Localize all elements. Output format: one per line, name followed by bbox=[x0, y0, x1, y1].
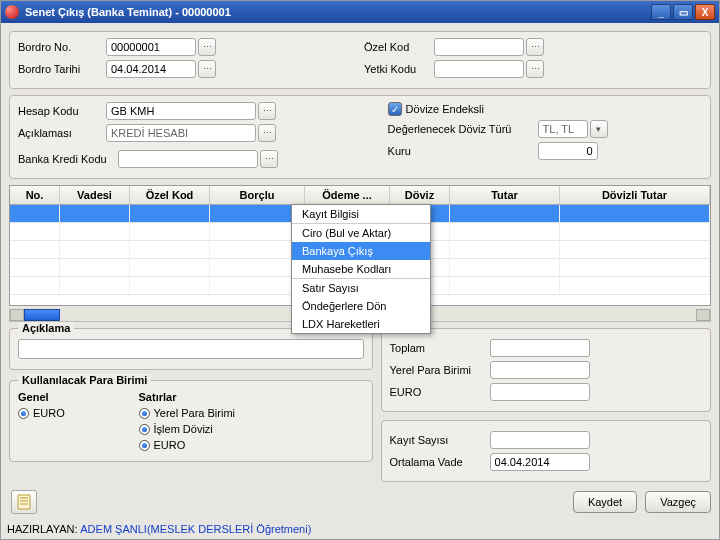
lines-grid[interactable]: No. Vadesi Özel Kod Borçlu Ödeme ... Döv… bbox=[9, 185, 711, 306]
kayit-sayisi-field bbox=[490, 431, 590, 449]
ozel-kod-field[interactable] bbox=[434, 38, 524, 56]
yetki-kodu-field[interactable] bbox=[434, 60, 524, 78]
banka-kredi-kodu-lookup[interactable]: ⋯ bbox=[260, 150, 278, 168]
kaydet-button[interactable]: Kaydet bbox=[573, 491, 637, 513]
aciklama-group: Açıklama bbox=[9, 328, 373, 370]
scroll-left-button[interactable] bbox=[10, 309, 24, 321]
bordro-no-field[interactable]: 00000001 bbox=[106, 38, 196, 56]
ctx-satir-sayisi[interactable]: Satır Sayısı bbox=[292, 278, 430, 297]
ctx-bankaya-cikis[interactable]: Bankaya Çıkış bbox=[292, 242, 430, 260]
scroll-thumb[interactable] bbox=[24, 309, 60, 321]
bordro-tarih-field[interactable]: 04.04.2014 bbox=[106, 60, 196, 78]
currency-group: Kullanılacak Para Birimi Genel EURO Satı… bbox=[9, 380, 373, 462]
hesap-panel: Hesap Kodu GB KMH ⋯ Açıklaması KREDİ HES… bbox=[9, 95, 711, 179]
aciklama-field[interactable] bbox=[18, 339, 364, 359]
totals-group: Toplam Yerel Para Birimi EURO bbox=[381, 328, 711, 412]
ortalama-vade-field: 04.04.2014 bbox=[490, 453, 590, 471]
col-dovizli-tutar[interactable]: Dövizli Tutar bbox=[560, 186, 710, 204]
bordro-no-lookup[interactable]: ⋯ bbox=[198, 38, 216, 56]
radio-satir-islem[interactable]: İşlem Dövizi bbox=[139, 423, 364, 435]
maximize-button[interactable]: ▭ bbox=[673, 4, 693, 20]
stats-group: Kayıt Sayısı Ortalama Vade 04.04.2014 bbox=[381, 420, 711, 482]
scroll-right-button[interactable] bbox=[696, 309, 710, 321]
ctx-muhasebe-kodlari[interactable]: Muhasebe Kodları bbox=[292, 260, 430, 278]
yerel-para-field bbox=[490, 361, 590, 379]
radio-satir-euro[interactable]: EURO bbox=[139, 439, 364, 451]
doviz-turu-label: Değerlenecek Döviz Türü bbox=[388, 123, 538, 135]
radio-genel-euro[interactable]: EURO bbox=[18, 407, 131, 419]
titlebar: Senet Çıkış (Banka Teminat) - 00000001 _… bbox=[1, 1, 719, 23]
ortalama-vade-label: Ortalama Vade bbox=[390, 456, 490, 468]
kayit-sayisi-label: Kayıt Sayısı bbox=[390, 434, 490, 446]
hesap-aciklama-field: KREDİ HESABI bbox=[106, 124, 256, 142]
ctx-kayit-bilgisi[interactable]: Kayıt Bilgisi bbox=[292, 205, 430, 223]
genel-label: Genel bbox=[18, 391, 131, 403]
grid-body[interactable]: Kayıt Bilgisi Ciro (Bul ve Aktar) Bankay… bbox=[10, 205, 710, 305]
toplam-field bbox=[490, 339, 590, 357]
ctx-ciro[interactable]: Ciro (Bul ve Aktar) bbox=[292, 223, 430, 242]
col-odeme[interactable]: Ödeme ... bbox=[305, 186, 390, 204]
hesap-kodu-field[interactable]: GB KMH bbox=[106, 102, 256, 120]
euro-total-label: EURO bbox=[390, 386, 490, 398]
yerel-para-label: Yerel Para Birimi bbox=[390, 364, 490, 376]
yetki-kodu-lookup[interactable]: ⋯ bbox=[526, 60, 544, 78]
minimize-button[interactable]: _ bbox=[651, 4, 671, 20]
satirlar-label: Satırlar bbox=[139, 391, 364, 403]
context-menu: Kayıt Bilgisi Ciro (Bul ve Aktar) Bankay… bbox=[291, 204, 431, 334]
col-borclu[interactable]: Borçlu bbox=[210, 186, 305, 204]
app-icon bbox=[5, 5, 19, 19]
bordro-tarih-label: Bordro Tarihi bbox=[18, 63, 106, 75]
banka-kredi-kodu-field[interactable] bbox=[118, 150, 258, 168]
dovize-endeksli-label: Dövize Endeksli bbox=[406, 103, 484, 115]
dovize-endeksli-check[interactable]: ✓ bbox=[388, 102, 402, 116]
app-window: Senet Çıkış (Banka Teminat) - 00000001 _… bbox=[0, 0, 720, 540]
hesap-aciklama-lookup[interactable]: ⋯ bbox=[258, 124, 276, 142]
hesap-aciklama-label: Açıklaması bbox=[18, 127, 106, 139]
ozel-kod-lookup[interactable]: ⋯ bbox=[526, 38, 544, 56]
toplam-label: Toplam bbox=[390, 342, 490, 354]
ctx-ondeger[interactable]: Öndeğerlere Dön bbox=[292, 297, 430, 315]
col-tutar[interactable]: Tutar bbox=[450, 186, 560, 204]
aciklama-legend: Açıklama bbox=[18, 322, 74, 334]
close-button[interactable]: X bbox=[695, 4, 715, 20]
bordro-no-label: Bordro No. bbox=[18, 41, 106, 53]
kuru-field[interactable]: 0 bbox=[538, 142, 598, 160]
bordro-panel: Bordro No. 00000001 ⋯ Bordro Tarihi 04.0… bbox=[9, 31, 711, 89]
ctx-ldx[interactable]: LDX Hareketleri bbox=[292, 315, 430, 333]
hesap-kodu-label: Hesap Kodu bbox=[18, 105, 106, 117]
bordro-tarih-picker[interactable]: ⋯ bbox=[198, 60, 216, 78]
yetki-kodu-label: Yetki Kodu bbox=[364, 63, 434, 75]
radio-satir-yerel[interactable]: Yerel Para Birimi bbox=[139, 407, 364, 419]
hesap-kodu-lookup[interactable]: ⋯ bbox=[258, 102, 276, 120]
doviz-turu-dropdown[interactable]: ▾ bbox=[590, 120, 608, 138]
svg-rect-0 bbox=[18, 495, 30, 509]
window-title: Senet Çıkış (Banka Teminat) - 00000001 bbox=[25, 6, 231, 18]
col-doviz[interactable]: Döviz bbox=[390, 186, 450, 204]
col-ozel-kod[interactable]: Özel Kod bbox=[130, 186, 210, 204]
doviz-turu-select[interactable]: TL, TL bbox=[538, 120, 588, 138]
notes-icon-button[interactable] bbox=[11, 490, 37, 514]
currency-legend: Kullanılacak Para Birimi bbox=[18, 374, 151, 386]
vazgec-button[interactable]: Vazgeç bbox=[645, 491, 711, 513]
ozel-kod-label: Özel Kod bbox=[364, 41, 434, 53]
col-no[interactable]: No. bbox=[10, 186, 60, 204]
col-vadesi[interactable]: Vadesi bbox=[60, 186, 130, 204]
banka-kredi-kodu-label: Banka Kredi Kodu bbox=[18, 153, 118, 165]
euro-total-field bbox=[490, 383, 590, 401]
grid-header: No. Vadesi Özel Kod Borçlu Ödeme ... Döv… bbox=[10, 186, 710, 205]
footer-credit: HAZIRLAYAN: ADEM ŞANLI(MESLEK DERSLERİ Ö… bbox=[7, 523, 311, 535]
kuru-label: Kuru bbox=[388, 145, 538, 157]
